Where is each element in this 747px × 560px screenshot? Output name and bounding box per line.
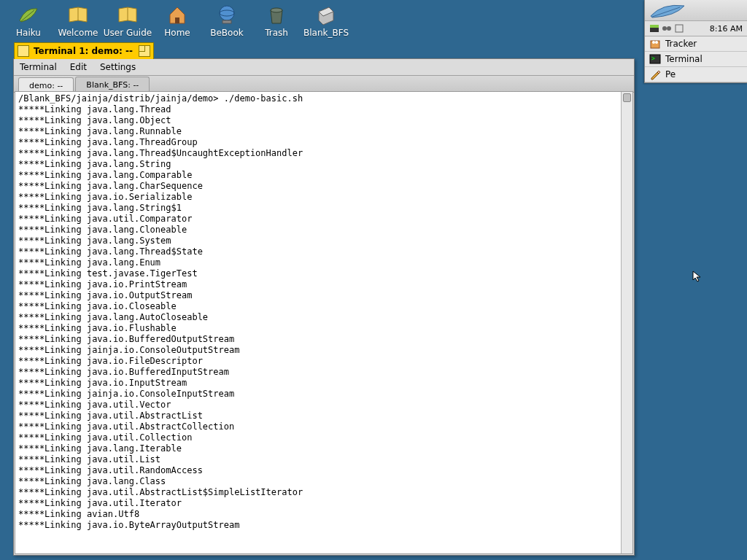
svg-rect-2	[175, 18, 179, 23]
svg-rect-8	[650, 25, 659, 28]
leaf-logo-icon	[649, 1, 686, 19]
trash-icon	[265, 3, 288, 26]
window-title: Terminal 1: demo: --	[34, 46, 133, 56]
svg-point-14	[655, 41, 658, 44]
terminal-output: /Blank_BFS/jainja/distrib/jainja/demo> .…	[15, 92, 632, 532]
svg-rect-12	[651, 41, 659, 48]
svg-point-9	[662, 26, 667, 31]
icon-label: User Guide	[104, 28, 152, 38]
deskbar-app-terminal[interactable]: > Terminal	[645, 52, 747, 67]
desktop-icon-userguide[interactable]: User Guide	[108, 3, 147, 38]
globe-icon	[215, 3, 239, 26]
desktop-icon-trash[interactable]: Trash	[257, 3, 296, 38]
deskbar: 8:16 AM Tracker > Terminal Pe	[644, 0, 747, 83]
svg-point-6	[271, 8, 282, 12]
desktop-icon-home[interactable]: Home	[158, 3, 197, 38]
desktop-icon-haiku[interactable]: Haiku	[9, 3, 48, 38]
desktop-icon-welcome[interactable]: Welcome	[58, 3, 98, 38]
deskbar-app-pe[interactable]: Pe	[645, 67, 747, 82]
menu-settings[interactable]: Settings	[100, 62, 136, 72]
book-icon	[116, 3, 139, 26]
tray-icon[interactable]	[662, 23, 672, 34]
icon-label: BeBook	[210, 28, 243, 38]
svg-rect-11	[676, 25, 683, 32]
home-icon	[166, 3, 189, 26]
deskbar-tray: 8:16 AM	[645, 21, 747, 36]
deskbar-app-tracker[interactable]: Tracker	[645, 36, 747, 52]
svg-text:>: >	[651, 55, 655, 62]
tabbar: demo: -- Blank_BFS: --	[14, 76, 634, 93]
close-button[interactable]	[18, 45, 29, 57]
zoom-button[interactable]	[139, 45, 150, 57]
svg-rect-7	[650, 28, 659, 32]
pe-icon	[649, 69, 661, 80]
window-titlebar[interactable]: Terminal 1: demo: --	[14, 42, 154, 59]
scrollbar[interactable]	[621, 92, 632, 553]
tab-demo[interactable]: demo: --	[18, 77, 74, 93]
svg-point-13	[652, 41, 655, 44]
tab-blankbfs[interactable]: Blank_BFS: --	[75, 77, 150, 92]
tray-icon[interactable]	[674, 23, 684, 34]
app-label: Terminal	[665, 54, 703, 64]
tab-label: Blank_BFS: --	[86, 80, 139, 90]
terminal-window: Terminal 1: demo: -- Terminal Edit Setti…	[13, 58, 635, 556]
desktop-icons: Haiku Welcome User Guide Home BeBook Tra…	[9, 3, 346, 38]
terminal-icon: >	[649, 53, 661, 65]
svg-point-10	[667, 26, 671, 31]
leaf-icon	[17, 3, 40, 26]
icon-label: Home	[164, 28, 190, 38]
icon-label: Haiku	[16, 28, 41, 38]
desktop-icon-blankbfs[interactable]: Blank_BFS	[306, 3, 346, 38]
tab-label: demo: --	[29, 81, 63, 90]
deskbar-leaf-menu[interactable]	[645, 0, 747, 21]
disk-icon	[314, 3, 338, 26]
menu-terminal[interactable]: Terminal	[20, 62, 57, 72]
clock[interactable]: 8:16 AM	[710, 24, 743, 34]
desktop-icon-bebook[interactable]: BeBook	[207, 3, 247, 38]
app-label: Pe	[665, 69, 676, 79]
svg-rect-5	[222, 20, 231, 23]
menu-edit[interactable]: Edit	[70, 62, 87, 72]
cursor-icon	[691, 270, 704, 285]
tray-icon[interactable]	[649, 23, 659, 34]
svg-point-3	[220, 6, 234, 20]
icon-label: Blank_BFS	[303, 28, 349, 38]
app-label: Tracker	[665, 39, 697, 49]
icon-label: Welcome	[58, 28, 98, 38]
icon-label: Trash	[265, 28, 288, 38]
book-icon	[66, 3, 90, 26]
scroll-thumb[interactable]	[623, 93, 631, 102]
terminal-body[interactable]: /Blank_BFS/jainja/distrib/jainja/demo> .…	[15, 91, 633, 554]
menubar: Terminal Edit Settings	[14, 59, 634, 76]
tracker-icon	[649, 38, 661, 50]
